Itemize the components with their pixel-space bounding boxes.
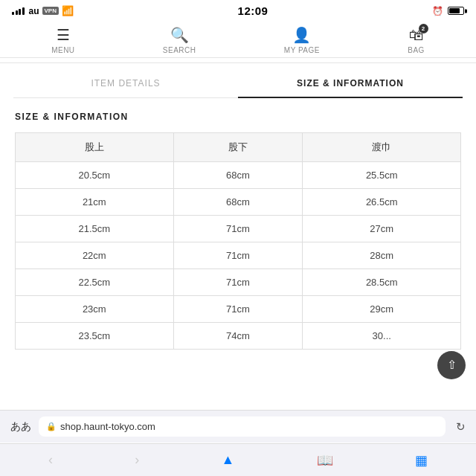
- tab-item-details[interactable]: ITEM DETAILS: [13, 68, 238, 97]
- search-label: SEARCH: [163, 46, 196, 54]
- table-row: 23cm71cm29cm: [16, 296, 461, 323]
- cell-4-2: 28.5cm: [303, 269, 461, 296]
- table-row: 22.5cm71cm28.5cm: [16, 269, 461, 296]
- search-icon: 🔍: [170, 26, 189, 44]
- signal-icon: [12, 7, 25, 15]
- carrier-label: au: [29, 6, 39, 16]
- lock-icon: 🔒: [46, 422, 57, 431]
- mypage-nav-item[interactable]: 👤 MY PAGE: [284, 26, 320, 54]
- bookmarks-button[interactable]: 📖: [308, 448, 342, 473]
- status-left: au VPN 📶: [12, 5, 74, 16]
- nav-bar: ☰ MENU 🔍 SEARCH 👤 MY PAGE 🛍 2 BAG: [0, 20, 476, 58]
- vpn-badge: VPN: [42, 7, 59, 15]
- forward-button[interactable]: ›: [126, 448, 148, 472]
- url-text: shop.haunt-tokyo.com: [60, 421, 155, 432]
- scroll-top-button[interactable]: ⇧: [437, 351, 466, 379]
- cell-0-0: 20.5cm: [16, 162, 174, 189]
- cell-2-1: 71cm: [173, 216, 303, 242]
- safari-bottom-bar: ‹ › ▲︎ 📖 ▦: [0, 443, 476, 476]
- bag-count: 2: [419, 24, 428, 33]
- col-header-0: 股上: [16, 133, 174, 162]
- share-button[interactable]: ▲︎: [213, 448, 244, 472]
- status-time: 12:09: [238, 4, 268, 17]
- search-nav-item[interactable]: 🔍 SEARCH: [163, 26, 196, 54]
- battery-icon: [448, 7, 464, 15]
- cell-0-1: 68cm: [173, 162, 303, 189]
- status-bar: au VPN 📶 12:09 ⏰: [0, 0, 476, 20]
- tabs-button[interactable]: ▦: [406, 448, 437, 473]
- table-row: 20.5cm68cm25.5cm: [16, 162, 461, 189]
- tab-size-info[interactable]: SIZE & INFORMATION: [238, 68, 463, 97]
- menu-nav-item[interactable]: ☰ MENU: [51, 26, 74, 54]
- table-row: 21.5cm71cm27cm: [16, 216, 461, 242]
- content-area: SIZE & INFORMATION 股上 股下 渡巾 20.5cm68cm25…: [0, 98, 476, 350]
- cell-3-1: 71cm: [173, 242, 303, 269]
- cell-6-2: 30...: [303, 323, 461, 350]
- cell-1-2: 26.5cm: [303, 189, 461, 216]
- nav-divider: [0, 62, 476, 63]
- cell-3-2: 28cm: [303, 242, 461, 269]
- reload-icon[interactable]: ↻: [456, 420, 466, 434]
- status-right: ⏰: [432, 6, 464, 16]
- wifi-icon: 📶: [62, 5, 74, 16]
- bag-nav-item[interactable]: 🛍 2 BAG: [408, 27, 425, 54]
- cell-0-2: 25.5cm: [303, 162, 461, 189]
- url-bar[interactable]: 🔒 shop.haunt-tokyo.com: [39, 416, 446, 437]
- mypage-label: MY PAGE: [284, 46, 320, 54]
- menu-icon: ☰: [57, 26, 70, 44]
- address-bar: ああ 🔒 shop.haunt-tokyo.com ↻: [0, 410, 476, 443]
- cell-3-0: 22cm: [16, 242, 174, 269]
- cell-5-2: 29cm: [303, 296, 461, 323]
- cell-5-0: 23cm: [16, 296, 174, 323]
- table-row: 22cm71cm28cm: [16, 242, 461, 269]
- cell-6-1: 74cm: [173, 323, 303, 350]
- cell-4-1: 71cm: [173, 269, 303, 296]
- cell-2-0: 21.5cm: [16, 216, 174, 242]
- cell-1-1: 68cm: [173, 189, 303, 216]
- section-title: SIZE & INFORMATION: [15, 112, 461, 122]
- size-table: 股上 股下 渡巾 20.5cm68cm25.5cm21cm68cm26.5cm2…: [15, 132, 461, 350]
- table-row: 21cm68cm26.5cm: [16, 189, 461, 216]
- alarm-icon: ⏰: [432, 6, 443, 16]
- cell-1-0: 21cm: [16, 189, 174, 216]
- aa-label[interactable]: ああ: [10, 420, 31, 434]
- back-button[interactable]: ‹: [39, 448, 62, 472]
- cell-4-0: 22.5cm: [16, 269, 174, 296]
- bag-label: BAG: [408, 46, 425, 54]
- cell-6-0: 23.5cm: [16, 323, 174, 350]
- cell-2-2: 27cm: [303, 216, 461, 242]
- menu-label: MENU: [51, 46, 74, 54]
- tab-row: ITEM DETAILS SIZE & INFORMATION: [13, 68, 463, 98]
- col-header-2: 渡巾: [303, 133, 461, 162]
- table-row: 23.5cm74cm30...: [16, 323, 461, 350]
- mypage-icon: 👤: [292, 26, 311, 44]
- bag-wrapper: 🛍 2: [409, 27, 424, 44]
- chevron-up-icon: ⇧: [447, 359, 457, 371]
- table-header-row: 股上 股下 渡巾: [16, 133, 461, 162]
- cell-5-1: 71cm: [173, 296, 303, 323]
- col-header-1: 股下: [173, 133, 303, 162]
